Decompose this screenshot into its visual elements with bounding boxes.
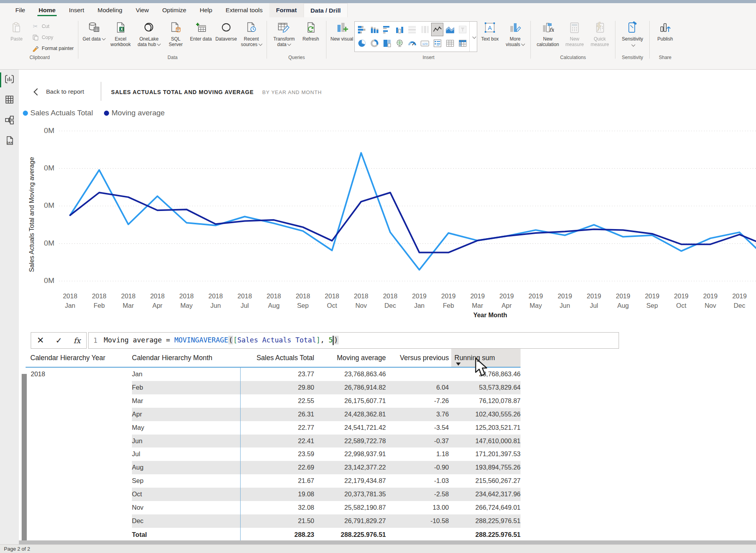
cell-running-sum[interactable]: 76,120,078.87 bbox=[449, 394, 521, 408]
clustered-bar-chart-icon[interactable] bbox=[381, 23, 393, 36]
cell-year[interactable] bbox=[26, 435, 132, 448]
cell-month[interactable]: Dec bbox=[132, 514, 240, 528]
cell-moving-average[interactable]: 22,179,434.87 bbox=[314, 474, 386, 488]
map-icon[interactable] bbox=[393, 37, 406, 50]
table-row[interactable]: 2018Jan23.7723,768,863.4623,768,863.46 bbox=[26, 368, 521, 381]
cell-month[interactable]: Apr bbox=[132, 408, 240, 421]
tab-help[interactable]: Help bbox=[193, 3, 219, 17]
cell-sales-actuals-total[interactable]: 29.80 bbox=[240, 381, 314, 394]
cell-running-sum[interactable]: 288,225,976.51 bbox=[449, 514, 521, 528]
tab-view[interactable]: View bbox=[129, 3, 156, 17]
cell-month[interactable]: Aug bbox=[132, 461, 240, 474]
cell-sales-actuals-total[interactable]: 26.31 bbox=[240, 408, 314, 421]
tab-external-tools[interactable]: External tools bbox=[219, 3, 269, 17]
cell-running-sum[interactable]: 171,201,397.53 bbox=[449, 448, 521, 461]
table-row[interactable]: Aug22.6923,142,377.22-0.90193,894,755.26 bbox=[26, 461, 521, 474]
more-visuals-button[interactable]: More visuals bbox=[502, 18, 528, 47]
cell-month[interactable]: Jan bbox=[132, 368, 240, 381]
cell-sales-actuals-total[interactable]: 22.41 bbox=[240, 435, 314, 448]
cell-running-sum[interactable]: 234,642,317.96 bbox=[449, 488, 521, 501]
cell-versus-previous[interactable]: -7.26 bbox=[386, 394, 449, 408]
treemap-icon[interactable] bbox=[381, 37, 393, 50]
cell-total-label[interactable]: Total bbox=[132, 528, 240, 541]
cell-versus-previous[interactable] bbox=[386, 368, 449, 381]
legend-item-sales-actuals-total[interactable]: Sales Actuals Total bbox=[23, 109, 93, 117]
cell-moving-average[interactable]: 26,786,914.82 bbox=[314, 381, 386, 394]
cell-moving-average[interactable]: 24,428,362.81 bbox=[314, 408, 386, 421]
cell-versus-previous[interactable]: -0.37 bbox=[386, 435, 449, 448]
stacked-bar-chart-icon[interactable] bbox=[356, 23, 368, 36]
cell-versus-previous[interactable]: -3.54 bbox=[386, 421, 449, 435]
cell-versus-previous[interactable]: -1.03 bbox=[386, 474, 449, 488]
cell-moving-average[interactable]: 22,998,937.91 bbox=[314, 448, 386, 461]
cell-versus-previous[interactable]: -10.58 bbox=[386, 514, 449, 528]
formula-input[interactable]: 1 Moving average = MOVINGAVERAGE([Sales … bbox=[88, 332, 619, 349]
get-data-button[interactable]: Get data bbox=[81, 18, 106, 42]
tab-data-drill[interactable]: Data / Drill bbox=[304, 3, 348, 17]
column-header-running-sum[interactable]: Running sum bbox=[449, 349, 521, 367]
legend-item-moving-average[interactable]: Moving average bbox=[104, 109, 165, 117]
100-stacked-bar-chart-icon[interactable] bbox=[406, 23, 418, 36]
paste-button[interactable]: Paste bbox=[4, 18, 29, 42]
tab-insert[interactable]: Insert bbox=[62, 3, 91, 17]
tab-home[interactable]: Home bbox=[32, 3, 62, 17]
back-to-report-button[interactable]: Back to report bbox=[35, 88, 84, 95]
cell-year[interactable] bbox=[26, 408, 132, 421]
cell-year[interactable] bbox=[26, 514, 132, 528]
column-header-calendar-hierarchy-month[interactable]: Calendar Hierarchy Month bbox=[132, 349, 240, 367]
cell-moving-average[interactable]: 23,142,377.22 bbox=[314, 461, 386, 474]
cell-month[interactable]: May bbox=[132, 421, 240, 435]
matrix-icon[interactable] bbox=[456, 37, 469, 50]
transform-data-button[interactable]: Transform data bbox=[270, 18, 298, 47]
line-chart-icon[interactable] bbox=[431, 23, 443, 36]
donut-chart-icon[interactable] bbox=[368, 37, 380, 50]
column-header-versus-previous[interactable]: Versus previous bbox=[386, 349, 449, 367]
cell-sales-actuals-total[interactable]: 23.77 bbox=[240, 368, 314, 381]
cell-sales-actuals-total[interactable]: 22.55 bbox=[240, 394, 314, 408]
cell-month[interactable]: Nov bbox=[132, 501, 240, 514]
cell-year[interactable] bbox=[26, 501, 132, 514]
table-row[interactable]: Sep21.6722,179,434.87-1.03215,560,267.27 bbox=[26, 474, 521, 488]
quick-measure-button[interactable]: Quick measure bbox=[587, 18, 612, 47]
commit-input-icon[interactable]: ✓ bbox=[56, 336, 62, 345]
cell-versus-previous[interactable]: -0.90 bbox=[386, 461, 449, 474]
format-painter-button[interactable]: Format painter bbox=[30, 43, 75, 54]
cell-running-sum[interactable]: 125,203,521.71 bbox=[449, 421, 521, 435]
cell-month[interactable]: Oct bbox=[132, 488, 240, 501]
cell-month[interactable]: Jun bbox=[132, 435, 240, 448]
cell-year[interactable] bbox=[26, 474, 132, 488]
sensitivity-button[interactable]: Sensitivity bbox=[618, 18, 647, 46]
table-horizontal-scrollbar[interactable] bbox=[19, 540, 756, 544]
cell-month[interactable]: Mar bbox=[132, 394, 240, 408]
card-icon[interactable]: 123 bbox=[419, 37, 431, 50]
cell-year[interactable] bbox=[26, 394, 132, 408]
table-row[interactable]: Jul23.5922,998,937.911.18171,201,397.53 bbox=[26, 448, 521, 461]
sql-server-button[interactable]: SQL Server bbox=[163, 18, 188, 47]
cell-year[interactable] bbox=[26, 421, 132, 435]
cell-moving-average[interactable]: 22,589,722.78 bbox=[314, 435, 386, 448]
cell-versus-previous[interactable]: -2.58 bbox=[386, 488, 449, 501]
cell-sales-actuals-total[interactable]: 21.50 bbox=[240, 514, 314, 528]
cell-running-sum[interactable]: 102,430,555.26 bbox=[449, 408, 521, 421]
gallery-expand-button[interactable] bbox=[469, 22, 477, 52]
cell-sales-actuals-total[interactable]: 32.08 bbox=[240, 501, 314, 514]
cell-running-sum[interactable]: 53,573,829.64 bbox=[449, 381, 521, 394]
cell-moving-average[interactable]: 26,175,607.71 bbox=[314, 394, 386, 408]
table-icon[interactable] bbox=[444, 37, 456, 50]
copy-button[interactable]: Copy bbox=[30, 32, 75, 43]
area-chart-icon[interactable] bbox=[444, 23, 456, 36]
cell-month[interactable]: Sep bbox=[132, 474, 240, 488]
cell-moving-average[interactable]: 24,541,721.42 bbox=[314, 421, 386, 435]
table-row[interactable]: Feb29.8026,786,914.826.0453,573,829.64 bbox=[26, 381, 521, 394]
cell-total-moving-average[interactable]: 288.225.976.51 bbox=[314, 528, 386, 541]
cell-month[interactable]: Jul bbox=[132, 448, 240, 461]
cell-sales-actuals-total[interactable]: 22.77 bbox=[240, 421, 314, 435]
cell-versus-previous[interactable]: 1.18 bbox=[386, 448, 449, 461]
funnel-chart-icon[interactable] bbox=[456, 23, 469, 36]
multi-row-card-icon[interactable] bbox=[431, 37, 443, 50]
cell-running-sum[interactable]: 147,610,000.81 bbox=[449, 435, 521, 448]
cell-sales-actuals-total[interactable]: 23.59 bbox=[240, 448, 314, 461]
cell-moving-average[interactable]: 25,582,190.87 bbox=[314, 501, 386, 514]
stacked-column-chart-icon[interactable] bbox=[368, 23, 380, 36]
table-row[interactable]: Apr26.3124,428,362.813.76102,430,555.26 bbox=[26, 408, 521, 421]
